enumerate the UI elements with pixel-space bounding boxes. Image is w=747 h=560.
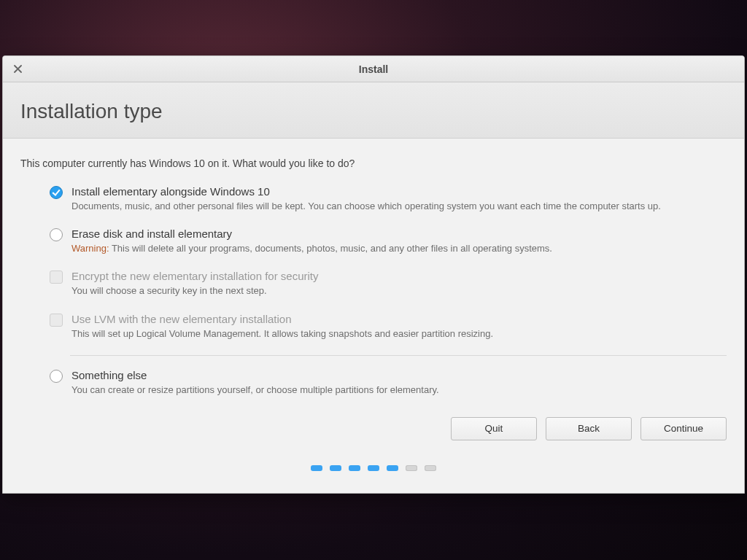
radio-erase[interactable] bbox=[50, 228, 63, 241]
close-icon[interactable] bbox=[10, 62, 25, 77]
option-something-else[interactable]: Something else You can create or resize … bbox=[50, 369, 727, 397]
titlebar: Install bbox=[3, 56, 744, 82]
option-install-alongside[interactable]: Install elementary alongside Windows 10 … bbox=[50, 185, 727, 213]
button-row: Quit Back Continue bbox=[20, 417, 727, 440]
warning-text: This will delete all your programs, docu… bbox=[109, 243, 552, 254]
continue-button[interactable]: Continue bbox=[640, 417, 727, 440]
page-header: Installation type bbox=[3, 82, 744, 139]
back-button[interactable]: Back bbox=[546, 417, 632, 440]
radio-alongside[interactable] bbox=[50, 186, 63, 199]
option-lvm: Use LVM with the new elementary installa… bbox=[50, 313, 727, 341]
radio-something-else[interactable] bbox=[50, 370, 63, 383]
option-desc: You will choose a security key in the ne… bbox=[71, 284, 727, 298]
option-desc: Warning: This will delete all your progr… bbox=[71, 242, 727, 255]
checkbox-lvm bbox=[50, 314, 63, 327]
progress-indicator bbox=[20, 440, 727, 478]
installer-window: Install Installation type This computer … bbox=[2, 55, 745, 494]
progress-dot bbox=[349, 465, 360, 471]
quit-button[interactable]: Quit bbox=[451, 417, 537, 440]
option-erase-disk[interactable]: Erase disk and install elementary Warnin… bbox=[50, 228, 727, 255]
checkbox-encrypt bbox=[50, 271, 63, 284]
page-body: This computer currently has Windows 10 o… bbox=[3, 139, 744, 493]
separator bbox=[70, 355, 727, 356]
option-encrypt: Encrypt the new elementary installation … bbox=[50, 270, 727, 298]
option-desc: You can create or resize partitions your… bbox=[71, 384, 727, 397]
progress-dot bbox=[330, 465, 341, 471]
option-label: Use LVM with the new elementary installa… bbox=[71, 313, 727, 325]
progress-dot bbox=[387, 465, 398, 471]
page-title: Installation type bbox=[20, 100, 727, 123]
option-desc: Documents, music, and other personal fil… bbox=[71, 200, 727, 213]
progress-dot bbox=[406, 465, 417, 471]
intro-text: This computer currently has Windows 10 o… bbox=[20, 158, 727, 169]
warning-prefix: Warning: bbox=[71, 243, 109, 254]
install-options: Install elementary alongside Windows 10 … bbox=[50, 185, 727, 397]
option-label: Encrypt the new elementary installation … bbox=[71, 270, 727, 282]
option-label: Erase disk and install elementary bbox=[71, 228, 727, 240]
option-label: Something else bbox=[71, 369, 727, 381]
progress-dot bbox=[425, 465, 436, 471]
progress-dot bbox=[311, 465, 322, 471]
option-label: Install elementary alongside Windows 10 bbox=[71, 185, 727, 198]
option-desc: This will set up Logical Volume Manageme… bbox=[71, 327, 727, 341]
window-title: Install bbox=[3, 63, 744, 75]
progress-dot bbox=[368, 465, 379, 471]
